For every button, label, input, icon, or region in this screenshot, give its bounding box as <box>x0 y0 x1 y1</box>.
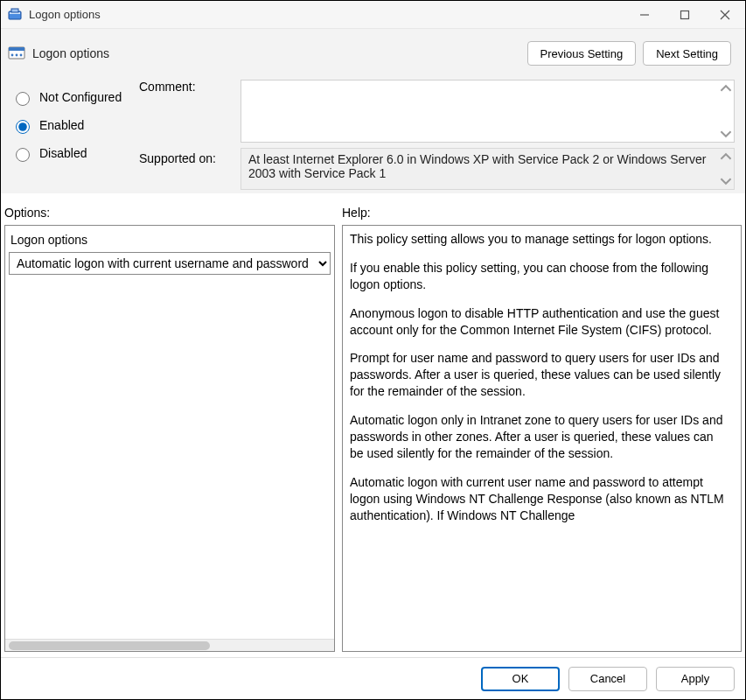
policy-editor-window: Logon options Logon options Previous Set… <box>0 0 746 700</box>
previous-setting-button[interactable]: Previous Setting <box>527 41 637 66</box>
svg-point-11 <box>20 54 23 57</box>
comment-scrollbar[interactable] <box>720 82 732 140</box>
scroll-down-icon <box>720 128 732 140</box>
meta-grid: Comment: Supported on: At least Internet… <box>139 76 735 190</box>
scroll-up-icon <box>720 150 732 163</box>
svg-rect-8 <box>9 47 24 51</box>
radio-enabled[interactable]: Enabled <box>11 111 139 139</box>
radio-disabled[interactable]: Disabled <box>11 139 139 167</box>
minimize-button[interactable] <box>624 1 665 29</box>
options-pane: Logon options Automatic logon with curre… <box>4 225 335 652</box>
footer-buttons: OK Cancel Apply <box>1 657 745 699</box>
state-radios: Not Configured Enabled Disabled <box>8 76 139 190</box>
ok-button[interactable]: OK <box>481 667 560 691</box>
cancel-button[interactable]: Cancel <box>568 667 647 691</box>
svg-point-10 <box>16 54 18 57</box>
help-section-label: Help: <box>342 206 735 220</box>
comment-textarea[interactable] <box>241 80 735 143</box>
logon-options-select[interactable]: Automatic logon with current username an… <box>9 252 331 275</box>
panels: Logon options Automatic logon with curre… <box>1 225 745 657</box>
help-paragraph: Prompt for user name and password to que… <box>350 350 725 400</box>
radio-enabled-input[interactable] <box>16 120 30 134</box>
help-paragraph: If you enable this policy setting, you c… <box>350 260 725 293</box>
app-icon <box>8 8 22 22</box>
options-field-label: Logon options <box>5 226 334 252</box>
svg-rect-4 <box>681 10 689 18</box>
help-pane[interactable]: This policy setting allows you to manage… <box>342 225 742 652</box>
close-button[interactable] <box>705 1 745 29</box>
options-section-label: Options: <box>4 206 342 220</box>
policy-icon <box>8 45 25 62</box>
radio-not-configured-input[interactable] <box>16 92 30 106</box>
comment-label: Comment: <box>139 80 235 94</box>
svg-rect-2 <box>11 9 18 12</box>
window-title: Logon options <box>29 8 101 21</box>
radio-disabled-input[interactable] <box>16 148 30 162</box>
maximize-button[interactable] <box>665 1 705 29</box>
supported-on-text: At least Internet Explorer 6.0 in Window… <box>241 148 735 190</box>
radio-enabled-label: Enabled <box>39 118 84 132</box>
radio-not-configured[interactable]: Not Configured <box>11 83 139 111</box>
next-setting-button[interactable]: Next Setting <box>643 41 731 66</box>
supported-on-label: Supported on: <box>139 148 235 165</box>
supported-on-value: At least Internet Explorer 6.0 in Window… <box>248 152 706 180</box>
scroll-up-icon <box>720 82 732 94</box>
options-hscrollbar[interactable] <box>5 639 334 651</box>
radio-disabled-label: Disabled <box>39 146 87 160</box>
policy-title: Logon options <box>32 46 109 60</box>
state-and-meta: Not Configured Enabled Disabled Comment:… <box>1 73 745 193</box>
help-paragraph: Automatic logon with current user name a… <box>350 474 725 524</box>
supported-scrollbar[interactable] <box>720 150 732 187</box>
title-bar: Logon options <box>1 1 745 29</box>
svg-point-9 <box>11 54 14 57</box>
help-paragraph: Automatic logon only in Intranet zone to… <box>350 412 725 462</box>
section-labels: Options: Help: <box>1 193 745 225</box>
header-row: Logon options Previous Setting Next Sett… <box>1 29 745 73</box>
apply-button[interactable]: Apply <box>656 667 735 691</box>
radio-not-configured-label: Not Configured <box>39 90 122 104</box>
scroll-down-icon <box>720 175 732 187</box>
help-paragraph: This policy setting allows you to manage… <box>350 231 725 248</box>
help-paragraph: Anonymous logon to disable HTTP authenti… <box>350 305 725 339</box>
hscroll-thumb[interactable] <box>9 641 210 650</box>
